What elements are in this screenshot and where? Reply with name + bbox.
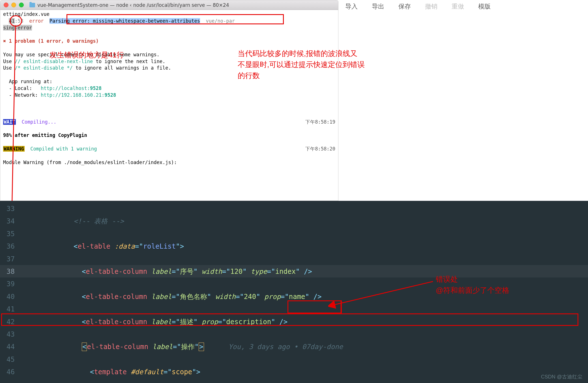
progress-text: 98% after emitting CopyPlugin (3, 132, 87, 138)
window-titlebar: vue-ManagementSystem-one — node ‹ node /… (0, 0, 338, 10)
annotation-text: 错误处 @符和前面少了个空格 (436, 274, 509, 296)
code-content[interactable]: <!-- 表格 --> <el-table :data="roleList"> … (74, 203, 588, 383)
problem-summary: ✖ 1 problem (1 error, 0 warnings) (3, 38, 99, 44)
minimize-icon[interactable] (11, 3, 16, 7)
timestamp: 下午8:58:20 (305, 146, 335, 152)
error-message: Parsing error: missing-whitespace-betwee… (50, 18, 200, 24)
traffic-lights (4, 3, 24, 7)
annotation-text: 发生错误的地方是41行 (50, 50, 124, 61)
wait-badge: WAIT (3, 119, 16, 125)
warning-badge: WARNING (3, 146, 25, 152)
annotation-text: 当代码比较多的时候,报错的波浪线又 不显眼时,可以通过提示快速定位到错误 的行数 (238, 48, 365, 81)
terminal-window: vue-ManagementSystem-one — node ‹ node /… (0, 0, 338, 201)
watermark: CSDN @古迪红尘 (541, 373, 582, 380)
error-line-num: 41 (9, 18, 14, 24)
menu-redo: 重做 (452, 2, 464, 11)
maximize-icon[interactable] (19, 3, 24, 7)
app-top-menu: 导入 导出 保存 撤销 重做 模版 (345, 2, 491, 11)
menu-export[interactable]: 导出 (372, 2, 384, 11)
menu-save[interactable]: 保存 (398, 2, 411, 11)
git-blame: You, 3 days ago • 07day-done (228, 343, 343, 351)
line-gutter: 33 34 35 36 37 38 39 40 41 42 43 44 45 4… (0, 201, 20, 383)
close-icon[interactable] (4, 3, 8, 7)
window-title: vue-ManagementSystem-one — node ‹ node /… (37, 2, 229, 8)
terminal-output[interactable]: etting/index.vue 41:53 error Parsing err… (0, 10, 338, 167)
folder-icon (29, 3, 35, 7)
menu-undo: 撤销 (425, 2, 437, 11)
menu-template[interactable]: 模版 (478, 2, 491, 11)
timestamp: 下午8:58:19 (305, 119, 335, 126)
menu-import[interactable]: 导入 (345, 2, 358, 11)
